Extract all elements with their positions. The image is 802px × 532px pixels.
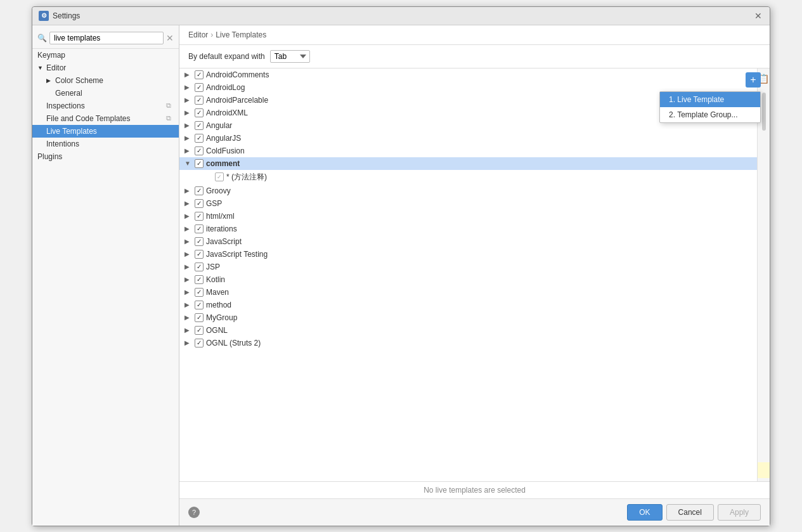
checkbox-ognl[interactable] [195, 326, 204, 335]
tree-label: AngularJS [206, 134, 765, 143]
toolbar: By default expand with Tab Space Enter [179, 45, 770, 68]
expand-with-select[interactable]: Tab Space Enter [270, 50, 310, 63]
main-area: Editor › Live Templates By default expan… [179, 25, 770, 526]
dropdown-item-live-template[interactable]: 1. Live Template [660, 92, 760, 107]
checkbox-ognl-struts[interactable] [195, 339, 204, 347]
tree-item-comment[interactable]: ▼ comment [179, 157, 770, 170]
toolbar-label: By default expand with [188, 52, 265, 61]
tree-item-coldfusion[interactable]: ▶ ColdFusion [179, 145, 770, 157]
tree-label: AndroidComments [206, 70, 765, 79]
tree-item-angularjs[interactable]: ▶ AngularJS [179, 132, 770, 145]
sidebar-item-plugins[interactable]: Plugins [32, 150, 179, 163]
tree-item-iterations[interactable]: ▶ iterations [179, 223, 770, 235]
tree-item-javascript[interactable]: ▶ JavaScript [179, 235, 770, 248]
checkbox-html-xml[interactable] [195, 212, 204, 221]
sidebar-item-keymap[interactable]: Keymap [32, 49, 179, 62]
sidebar-item-live-templates[interactable]: Live Templates [32, 125, 179, 138]
checkbox-android-parcelable[interactable] [195, 96, 204, 105]
tree-item-ognl-struts[interactable]: ▶ OGNL (Struts 2) [179, 337, 770, 349]
checkbox-kotlin[interactable] [195, 275, 204, 284]
dropdown-item-template-group[interactable]: 2. Template Group... [660, 107, 760, 122]
sidebar-item-general[interactable]: General [32, 87, 179, 100]
tree-label: JavaScript Testing [206, 250, 765, 259]
chevron-right-icon: ▶ [184, 301, 193, 308]
ok-button[interactable]: OK [627, 504, 662, 521]
sidebar-item-label: Live Templates [46, 127, 97, 136]
add-button[interactable]: + [746, 72, 761, 88]
checkbox-mygroup[interactable] [195, 313, 204, 322]
chevron-right-icon: ▶ [184, 147, 193, 154]
checkbox-method[interactable] [195, 301, 204, 309]
tree-item-ognl[interactable]: ▶ OGNL [179, 324, 770, 337]
checkbox-javascript-testing[interactable] [195, 250, 204, 259]
sidebar-item-label: Inspections [46, 101, 85, 110]
titlebar-left: ⚙ Settings [39, 11, 80, 21]
chevron-down-icon: ▼ [37, 65, 44, 71]
settings-window: ⚙ Settings ✕ 🔍 ✕ Keymap ▼ Editor ▶ Color… [32, 6, 770, 526]
sidebar-item-label: Editor [46, 63, 66, 72]
sidebar-item-inspections[interactable]: Inspections ⧉ [32, 100, 179, 112]
checkbox-javascript[interactable] [195, 237, 204, 246]
copy-icon2: ⧉ [166, 114, 171, 122]
tree-item-groovy[interactable]: ▶ Groovy [179, 185, 770, 197]
sidebar-item-intentions[interactable]: Intentions [32, 138, 179, 150]
checkbox-android-comments[interactable] [195, 70, 204, 79]
sidebar-item-file-and-code-templates[interactable]: File and Code Templates ⧉ [32, 112, 179, 125]
checkbox-maven[interactable] [195, 288, 204, 297]
tree-item-maven[interactable]: ▶ Maven [179, 286, 770, 299]
tree-item-html-xml[interactable]: ▶ html/xml [179, 210, 770, 223]
chevron-right-icon: ▶ [184, 276, 193, 283]
chevron-right-icon: ▶ [184, 71, 193, 78]
breadcrumb: Editor › Live Templates [179, 25, 770, 45]
window-title: Settings [53, 11, 80, 20]
checkbox-iterations[interactable] [195, 224, 204, 233]
search-input[interactable] [49, 32, 164, 44]
checkbox-android-log[interactable] [195, 83, 204, 92]
checkbox-comment[interactable] [195, 159, 204, 168]
status-message: No live templates are selected [424, 486, 526, 495]
breadcrumb-part1: Editor [188, 30, 208, 39]
tree-item-kotlin[interactable]: ▶ Kotlin [179, 273, 770, 286]
sidebar-item-label: Plugins [37, 152, 62, 161]
tree-item-method[interactable]: ▶ method [179, 299, 770, 311]
checkbox-groovy[interactable] [195, 186, 204, 195]
sidebar-item-label: File and Code Templates [46, 114, 131, 123]
add-button-area: + 1. Live Template 2. Template Group... [746, 72, 761, 88]
tree-item-jsp[interactable]: ▶ JSP [179, 261, 770, 273]
chevron-down-icon: ▼ [184, 160, 193, 167]
tree-item-gsp[interactable]: ▶ GSP [179, 197, 770, 210]
sidebar-item-label: Intentions [46, 139, 79, 148]
tree-label: iterations [206, 224, 765, 233]
tree-item-javascript-testing[interactable]: ▶ JavaScript Testing [179, 248, 770, 261]
yellow-hint [758, 462, 770, 478]
checkbox-angular[interactable] [195, 121, 204, 130]
cancel-button[interactable]: Cancel [666, 504, 714, 521]
checkbox-angularjs[interactable] [195, 134, 204, 143]
help-button[interactable]: ? [188, 507, 200, 518]
tree-label: MyGroup [206, 313, 765, 322]
tree-label: html/xml [206, 212, 765, 221]
tree-item-mygroup[interactable]: ▶ MyGroup [179, 311, 770, 324]
checkbox-coldfusion[interactable] [195, 146, 204, 155]
sidebar-item-editor[interactable]: ▼ Editor [32, 62, 179, 74]
tree-area: + 1. Live Template 2. Template Group... … [179, 68, 770, 481]
tree-container: + 1. Live Template 2. Template Group... … [179, 68, 770, 349]
checkbox-gsp[interactable] [195, 199, 204, 208]
search-clear-icon[interactable]: ✕ [166, 33, 174, 43]
sidebar-item-label: Color Scheme [55, 76, 103, 85]
tree-label: * (方法注释) [226, 172, 765, 183]
apply-button[interactable]: Apply [718, 504, 761, 521]
checkbox-comment-child[interactable]: ✓ [215, 172, 224, 181]
copy-icon: ⧉ [166, 101, 171, 110]
chevron-right-icon: ▶ [184, 263, 193, 270]
sidebar-item-color-scheme[interactable]: ▶ Color Scheme [32, 74, 179, 87]
tree-item-android-comments[interactable]: ▶ AndroidComments [179, 68, 770, 81]
checkbox-android-xml[interactable] [195, 108, 204, 117]
chevron-right-icon: ▶ [184, 250, 193, 257]
search-icon: 🔍 [37, 34, 47, 42]
checkbox-jsp[interactable] [195, 263, 204, 271]
chevron-right-icon: ▶ [184, 187, 193, 194]
scrollbar-thumb[interactable] [762, 93, 766, 131]
close-button[interactable]: ✕ [753, 11, 763, 21]
tree-item-comment-child[interactable]: ✓ * (方法注释) [179, 170, 770, 185]
